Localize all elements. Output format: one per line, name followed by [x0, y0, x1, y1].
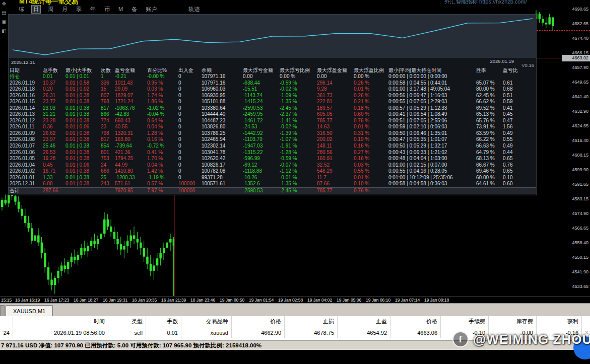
orders-header-cell: 获利	[537, 316, 582, 327]
price-tick: 4624.65	[572, 124, 588, 128]
orders-header-cell: 手数	[146, 316, 181, 327]
order-cell: sell	[108, 327, 146, 338]
orders-header-cell: 手续费	[441, 316, 489, 327]
daily-statistics-table: 日期总手数最小|大手数次数盈亏金额百分比%出入金余额最大浮亏金额最大浮亏比例最大…	[9, 67, 536, 194]
price-tick: 4608.15	[572, 153, 588, 158]
order-cell: 4678.75	[285, 327, 338, 338]
menu-item-7[interactable]: M	[117, 6, 124, 13]
price-tick: 4616.40	[572, 138, 588, 143]
price-tick: 4649.65	[572, 80, 588, 85]
orders-header-cell: 库存费	[489, 316, 537, 327]
stats-row: 持仓0.010.01 | 0.011-0.21-0.00 %0107971.16…	[9, 74, 536, 80]
period-separator-line	[174, 190, 175, 296]
price-tick: 4533.65	[572, 284, 588, 289]
orders-header-cell	[0, 316, 13, 327]
orders-header-cell: 类型	[108, 316, 146, 327]
stats-row: 2026.01.1331.210.01 | 0.38866-42.83-0.04…	[9, 111, 536, 118]
time-tick: 19 Jan 00:50	[220, 298, 244, 303]
equity-start-date: 2025.12.31	[11, 59, 35, 65]
watermark: f @WEIMING ZHOU	[452, 331, 590, 347]
orders-header-cell: 价格	[390, 316, 441, 327]
order-cell: 4663.06	[390, 327, 441, 338]
price-tick: 4566.65	[572, 226, 588, 231]
order-cell: 2026.01.19 08:56:00	[13, 327, 108, 338]
price-tick: 4599.90	[572, 168, 588, 172]
menu-item-9[interactable]: 账户	[144, 6, 158, 13]
stats-row: 2026.01.0519.280.01 | 0.387531794.251.70…	[9, 156, 536, 162]
equity-date-range: 2025.12.31 2026.01.19 V0.16	[9, 58, 536, 67]
equity-end-date: 2026.01.19	[490, 58, 514, 64]
menu-item-3[interactable]: 月	[60, 6, 69, 13]
price-tick: 4657.90	[572, 65, 588, 70]
orders-header-cell: 时间	[13, 316, 108, 327]
price-tick: 4583.15	[572, 197, 588, 201]
stats-row: 2026.01.110.360.01 | 0.062340.550.04 %01…	[9, 124, 536, 130]
order-cell: 4654.92	[338, 327, 390, 338]
price-tick: 4558.40	[572, 241, 588, 245]
equity-curve-chart	[9, 15, 536, 58]
time-tick: 18 Jan 23:46	[190, 298, 215, 303]
stats-row: 2026.01.011.330.01 | 0.3825-1200.33-1.19…	[9, 175, 536, 181]
stats-row: 2026.01.1910.370.01 | 0.583361011.430.95…	[9, 80, 536, 87]
price-tick: 4632.90	[572, 109, 588, 114]
stats-row: 2025.12.316.880.01 | 0.38243571.610.57 %…	[9, 181, 536, 187]
orders-header-row: 时间类型手数交易品种价格止损止盈价格手续费库存费获利	[0, 316, 590, 327]
orders-header-cell: 止盈	[338, 316, 390, 327]
price-tick: 4666.15	[572, 51, 588, 55]
bottom-strip	[0, 350, 590, 364]
price-tick: 4674.40	[572, 36, 588, 41]
statistics-panel: 2025.12.31 2026.01.19 V0.16 日期总手数最小|大手数次…	[8, 14, 537, 195]
menu-item-trail[interactable]: 轨迹	[187, 6, 201, 13]
order-cell: 0.01	[146, 327, 181, 338]
time-tick: 19 Jan 05:06	[337, 298, 361, 303]
orders-header-cell: 交易品种	[181, 316, 232, 327]
stats-row: 2026.01.0725.460.01 | 0.38854-739.64-0.7…	[9, 143, 536, 150]
time-tick: 19 Jan 08:18	[424, 298, 449, 303]
time-tick: 19 Jan 07:14	[395, 298, 420, 303]
time-tick: 19 Jan 04:02	[307, 298, 332, 303]
price-tick: 4541.90	[572, 270, 588, 274]
stats-header-row: 日期总手数最小|大手数次数盈亏金额百分比%出入金余额最大浮亏金额最大浮亏比例最大…	[9, 67, 536, 74]
stats-row: 2026.01.180.200.01 | 0.021529.090.03 %01…	[9, 86, 536, 93]
price-axis: 4663.02 4690.654682.654674.404666.154657…	[557, 0, 590, 296]
time-tick: 16 Jan 18:27	[74, 298, 98, 303]
stats-row: 2026.01.1523.720.01 | 0.387681721.241.86…	[9, 99, 536, 105]
stats-row: 2026.01.0926.620.01 | 0.387981320.311.28…	[9, 130, 536, 137]
stats-row: 2026.01.1423.030.01 | 0.38817-1063.76-1.…	[9, 105, 536, 112]
menu-item-4[interactable]: 季	[75, 6, 83, 13]
stats-row: 2026.01.0216.710.01 | 0.386661410.801.42…	[9, 168, 536, 175]
price-tick: 4690.65	[572, 7, 588, 12]
menu-item-8[interactable]: 备	[130, 6, 139, 13]
stats-row: 2026.01.040.450.01 | 0.062444.990.04 %01…	[9, 162, 536, 169]
tab-xauusd-m1[interactable]: XAUUSD,M1	[6, 305, 53, 317]
time-tick: 15:15	[1, 298, 12, 303]
time-tick: 16 Jan 16:19	[15, 298, 40, 303]
time-tick: 19 Jan 01:54	[249, 298, 274, 303]
price-tick: 4682.65	[572, 22, 588, 26]
stats-total-row: 合计287.667970.957.97 %100000-2590.53-2.45…	[9, 187, 536, 194]
order-cell: xauusd	[181, 327, 232, 338]
menu-item-1[interactable]: 日	[31, 5, 41, 14]
price-tick: 4641.40	[572, 95, 588, 99]
current-price-badge: 4663.02	[562, 55, 590, 61]
menu-item-5[interactable]: 年	[89, 6, 97, 13]
menu-item-0[interactable]: 综	[17, 6, 26, 13]
watermark-text: @WEIMING ZHOU	[473, 332, 590, 347]
stats-row: 2026.01.0626.530.01 | 0.38801421.360.41 …	[9, 150, 536, 156]
time-tick: 16 Jan 17:23	[44, 298, 69, 303]
orders-header-cell	[582, 316, 590, 327]
mt4-window: ✥▤▣◧ 4663.02 4690.654682.654674.404666.1…	[0, 0, 590, 364]
menu-item-2[interactable]: 周	[46, 6, 55, 13]
order-cell: 24	[0, 327, 13, 338]
promo-link[interactable]: 外汇智能指标 https://hxzhzb.com/	[444, 0, 527, 6]
time-tick: 16 Jan 21:39	[161, 298, 186, 303]
facebook-icon: f	[452, 331, 469, 347]
menu-item-6[interactable]: 币	[103, 6, 111, 13]
time-tick: 19 Jan 06:10	[366, 298, 390, 303]
price-tick: 4591.65	[572, 182, 588, 187]
stats-row: 2026.01.1223.280.01 | 0.38774660.430.64 …	[9, 118, 536, 124]
tab-stub[interactable]	[0, 305, 5, 317]
orders-header-cell: 价格	[232, 316, 285, 327]
time-axis: 15:1516 Jan 16:1916 Jan 17:2316 Jan 18:2…	[0, 296, 590, 304]
price-tick: 4574.90	[572, 211, 588, 216]
